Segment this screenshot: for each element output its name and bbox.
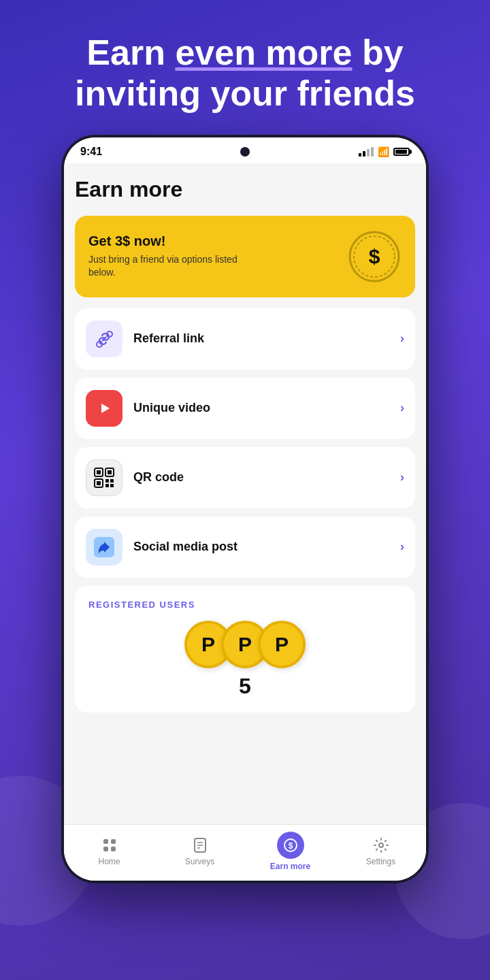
svg-rect-15: [110, 484, 114, 487]
home-icon: [101, 836, 118, 854]
content-area: Earn more Get 3$ now! Just bring a frien…: [64, 163, 426, 824]
banner-text: Get 3$ now! Just bring a friend via opti…: [88, 233, 238, 280]
signal-icon: [359, 147, 374, 157]
camera-notch: [240, 147, 250, 157]
svg-rect-13: [110, 479, 114, 483]
video-label: Unique video: [133, 401, 400, 415]
svg-rect-17: [103, 839, 108, 844]
svg-marker-5: [101, 404, 110, 413]
qr-label: QR code: [133, 470, 400, 485]
referral-chevron-icon: ›: [400, 331, 404, 346]
video-chevron-icon: ›: [400, 401, 404, 415]
social-label: Social media post: [133, 540, 400, 554]
svg-rect-19: [103, 847, 108, 851]
referral-link-item[interactable]: Referral link ›: [75, 308, 415, 370]
dollar-coin-icon: $: [347, 229, 402, 284]
svg-rect-12: [105, 479, 109, 483]
surveys-icon: [191, 836, 209, 854]
svg-rect-9: [108, 470, 112, 474]
svg-rect-11: [97, 481, 101, 485]
home-label: Home: [98, 857, 120, 866]
nav-earn[interactable]: $ Earn more: [267, 832, 314, 871]
surveys-label: Surveys: [185, 857, 214, 866]
svg-rect-14: [105, 484, 109, 487]
wifi-icon: 📶: [378, 146, 389, 157]
coins-display: P P P: [88, 621, 402, 668]
qr-code-item[interactable]: QR code ›: [75, 447, 415, 508]
qr-icon: [86, 459, 122, 496]
banner-subtitle: Just bring a friend via options listed b…: [88, 253, 238, 280]
svg-rect-20: [111, 847, 116, 851]
nav-settings[interactable]: Settings: [357, 836, 405, 866]
registered-label: REGISTERED USERS: [88, 600, 402, 610]
page-title: Earn more: [75, 177, 415, 202]
social-chevron-icon: ›: [400, 540, 404, 554]
unique-video-item[interactable]: Unique video ›: [75, 378, 415, 439]
phone-frame: 9:41 📶 Earn more Get 3$ now! Just bring …: [61, 135, 429, 883]
svg-text:$: $: [288, 841, 293, 851]
settings-label: Settings: [366, 857, 395, 866]
svg-text:$: $: [369, 245, 380, 267]
social-icon: [86, 529, 122, 566]
referral-label: Referral link: [133, 331, 400, 346]
nav-surveys[interactable]: Surveys: [176, 836, 224, 866]
earn-label: Earn more: [270, 862, 310, 871]
settings-icon: [372, 836, 390, 854]
video-icon: [86, 390, 122, 427]
coin-3: P: [258, 621, 306, 668]
status-bar: 9:41 📶: [64, 137, 426, 163]
svg-rect-7: [97, 470, 101, 474]
referral-icon: [86, 321, 122, 357]
banner-card: Get 3$ now! Just bring a friend via opti…: [75, 216, 415, 297]
banner-title: Get 3$ now!: [88, 233, 238, 249]
headline: Earn even more byinviting your friends: [0, 0, 490, 135]
svg-point-27: [379, 843, 383, 847]
registered-count: 5: [88, 674, 402, 699]
bottom-nav: Home Surveys $: [64, 824, 426, 881]
registered-users-card: REGISTERED USERS P P P 5: [75, 586, 415, 713]
svg-rect-18: [111, 839, 116, 844]
nav-home[interactable]: Home: [86, 836, 133, 866]
status-time: 9:41: [80, 146, 102, 158]
social-media-item[interactable]: Social media post ›: [75, 517, 415, 578]
earn-active-circle: $: [277, 832, 304, 859]
qr-chevron-icon: ›: [400, 470, 404, 485]
battery-icon: [393, 148, 410, 156]
